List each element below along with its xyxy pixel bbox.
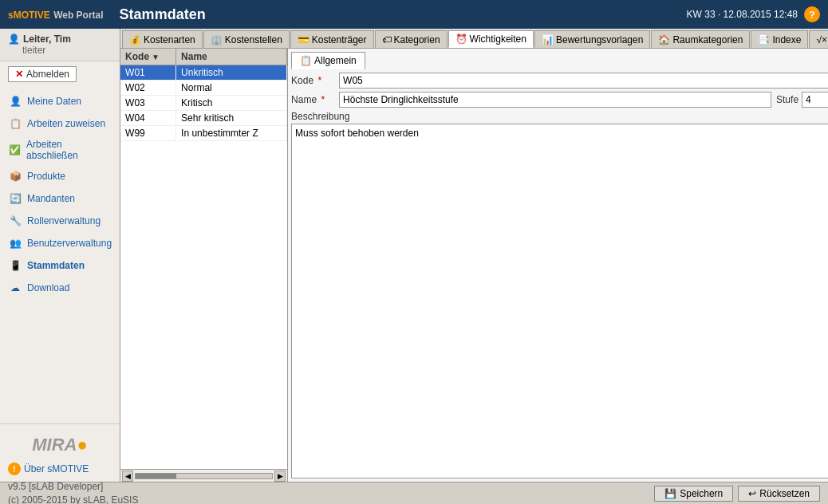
meine-daten-icon: [8, 94, 22, 108]
sidebar-label-mandanten: Mandanten: [27, 193, 75, 204]
sidebar-item-rollenverwaltung[interactable]: Rollenverwaltung: [0, 210, 120, 232]
tab-bewertungsvorlagen[interactable]: 📊 Bewertungsvorlagen: [534, 30, 650, 48]
tab-indexe-label: Indexe: [772, 34, 801, 45]
tab-kostenstellen[interactable]: 🏢 Kostenstellen: [203, 30, 290, 48]
about-icon: !: [8, 463, 21, 475]
save-button[interactable]: 💾 Speichern: [654, 486, 733, 502]
user-sub: tleiter: [22, 45, 112, 56]
kode-row: Kode *: [291, 73, 828, 89]
tab-kostentraeger[interactable]: 💳 Kostenträger: [290, 30, 374, 48]
sidebar-item-arbeiten-abschliessen[interactable]: Arbeiten abschließen: [0, 135, 120, 165]
table-body: W01 Unkritisch W02 Normal W03 Kritisch W…: [120, 65, 287, 469]
tab-indexe[interactable]: 📑 Indexe: [751, 30, 808, 48]
name-input[interactable]: [339, 92, 771, 108]
main-container: Leiter, Tim tleiter ✕ Abmelden Meine Dat…: [0, 29, 828, 482]
col-name-header: Name: [176, 49, 287, 65]
cell-kode: W03: [120, 96, 176, 110]
sidebar: Leiter, Tim tleiter ✕ Abmelden Meine Dat…: [0, 29, 120, 482]
stufe-input[interactable]: [802, 92, 828, 108]
tab-kostenstellen-label: Kostenstellen: [225, 34, 282, 45]
col-kode-label: Kode: [125, 51, 149, 62]
kostenstellen-icon: 🏢: [211, 34, 223, 45]
save-icon: 💾: [664, 488, 676, 499]
logout-label: Abmelden: [26, 69, 69, 80]
table-row[interactable]: W99 In unbestimmter Z: [120, 126, 287, 141]
reset-button[interactable]: ↩ Rücksetzen: [738, 486, 820, 502]
allgemein-tab-icon: 📋: [300, 55, 312, 66]
desc-textarea[interactable]: Muss sofort behoben werden: [291, 124, 828, 478]
sidebar-item-mandanten[interactable]: Mandanten: [0, 187, 120, 210]
sidebar-item-stammdaten[interactable]: Stammdaten: [0, 254, 120, 277]
sidebar-label-produkte: Produkte: [27, 171, 65, 182]
cell-kode: W04: [120, 111, 176, 125]
sidebar-label-download: Download: [27, 282, 69, 293]
sidebar-item-meine-daten[interactable]: Meine Daten: [0, 90, 120, 112]
tab-bar: 💰 Kostenarten 🏢 Kostenstellen 💳 Kostentr…: [120, 29, 828, 49]
table-row[interactable]: W01 Unkritisch: [120, 65, 287, 81]
sidebar-nav: Meine Daten Arbeiten zuweisen Arbeiten a…: [0, 87, 120, 423]
arbeiten-zuweisen-icon: [8, 116, 22, 131]
name-label-text: Name: [291, 94, 317, 105]
table-area: Kode ▼ Name W01 Unkritisch W02 Normal: [120, 49, 288, 482]
sidebar-item-benutzerverwaltung[interactable]: Benutzerverwaltung: [0, 232, 120, 254]
tab-raumkategorien-label: Raumkategorien: [672, 34, 743, 45]
benutzerverwaltung-icon: [8, 236, 22, 250]
detail-content: Kode * Name * Stufe: [291, 73, 828, 478]
kode-label-text: Kode: [291, 75, 313, 86]
tab-kategorien[interactable]: 🏷 Kategorien: [375, 30, 448, 48]
tab-extra[interactable]: √×: [809, 30, 828, 48]
tab-kostenarten-label: Kostenarten: [144, 34, 195, 45]
sidebar-label-arbeiten-zuweisen: Arbeiten zuweisen: [27, 118, 105, 129]
detail-tab-bar: 📋 Allgemein: [291, 52, 828, 69]
footer-buttons: 💾 Speichern ↩ Rücksetzen: [654, 486, 820, 502]
brand-smotive: sMOTIVE: [8, 10, 50, 21]
mira-logo: MIRA●: [8, 431, 112, 456]
sidebar-user: Leiter, Tim tleiter: [0, 29, 120, 61]
stufe-label: Stufe: [776, 94, 798, 105]
tab-kostenarten[interactable]: 💰 Kostenarten: [122, 30, 203, 48]
table-row[interactable]: W02 Normal: [120, 81, 287, 96]
sidebar-label-meine-daten: Meine Daten: [27, 96, 81, 107]
sidebar-item-download[interactable]: Download: [0, 277, 120, 299]
scroll-thumb: [136, 474, 176, 478]
desc-label: Beschreibung: [291, 111, 828, 122]
detail-area: 📋 Allgemein Kode *: [288, 49, 828, 482]
cell-kode: W99: [120, 126, 176, 140]
about-label: Über sMOTIVE: [24, 463, 89, 474]
arbeiten-abschliessen-icon: [8, 143, 22, 157]
stammdaten-icon: [8, 258, 22, 273]
logout-button[interactable]: ✕ Abmelden: [8, 66, 77, 82]
indexe-icon: 📑: [758, 34, 770, 45]
raumkategorien-icon: 🏠: [658, 34, 670, 45]
cell-name: Sehr kritisch: [176, 111, 287, 125]
tab-wichtigkeiten[interactable]: ⏰ Wichtigkeiten: [448, 30, 534, 48]
info-icon[interactable]: ?: [804, 6, 820, 22]
footer: v9.5 [sLAB Developer] (c) 2005-2015 by s…: [0, 482, 828, 504]
cell-name: Normal: [176, 81, 287, 95]
header-brand: sMOTIVE Web Portal: [8, 7, 104, 22]
scroll-right-button[interactable]: ▶: [274, 471, 286, 482]
allgemein-tab-label: Allgemein: [314, 55, 357, 66]
kode-input[interactable]: [339, 73, 828, 89]
cell-name: In unbestimmter Z: [176, 126, 287, 140]
sidebar-item-produkte[interactable]: Produkte: [0, 165, 120, 187]
table-row[interactable]: W04 Sehr kritisch: [120, 111, 287, 126]
table-row[interactable]: W03 Kritisch: [120, 96, 287, 111]
sidebar-item-arbeiten-zuweisen[interactable]: Arbeiten zuweisen: [0, 112, 120, 135]
footer-version: v9.5 [sLAB Developer]: [8, 480, 138, 494]
brand-webportal: Web Portal: [53, 10, 103, 21]
scroll-track[interactable]: [135, 473, 273, 479]
about-link[interactable]: ! Über sMOTIVE: [8, 463, 112, 475]
cell-name: Kritisch: [176, 96, 287, 110]
name-row: Name * Stufe: [291, 92, 828, 108]
x-icon: ✕: [15, 69, 23, 80]
col-name-label: Name: [181, 51, 207, 62]
tab-allgemein[interactable]: 📋 Allgemein: [291, 52, 365, 69]
cell-kode: W01: [120, 65, 176, 80]
tab-raumkategorien[interactable]: 🏠 Raumkategorien: [651, 30, 750, 48]
cell-name: Unkritisch: [176, 65, 287, 80]
tab-extra-label: √×: [816, 34, 827, 45]
split-pane: Kode ▼ Name W01 Unkritisch W02 Normal: [120, 49, 828, 482]
sidebar-footer: MIRA● ! Über sMOTIVE: [0, 423, 120, 482]
sort-icon: ▼: [152, 53, 160, 61]
